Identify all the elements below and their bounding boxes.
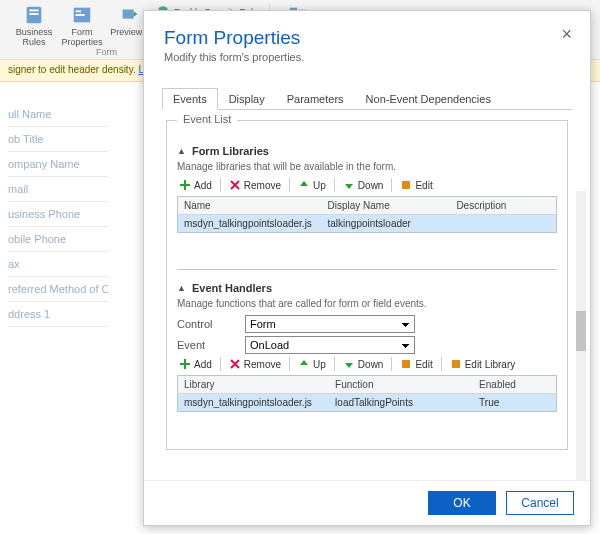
add-button[interactable]: Add	[177, 178, 214, 192]
table-row[interactable]: msdyn_talkingpointsloader.js loadTalking…	[178, 394, 557, 412]
tab-non-event-dependencies[interactable]: Non-Event Dependencies	[355, 88, 502, 110]
handlers-toolbar: Add Remove Up Down Edit Edit Library	[177, 357, 557, 371]
ribbon-group-label: Form	[96, 47, 117, 57]
add-button[interactable]: Add	[177, 357, 214, 371]
close-icon[interactable]: ×	[555, 23, 578, 45]
remove-button[interactable]: Remove	[227, 178, 283, 192]
form-libraries-title: Form Libraries	[192, 145, 269, 157]
field-row[interactable]: mail	[8, 177, 108, 202]
col-lib[interactable]: Library	[178, 376, 330, 394]
scrollbar-thumb[interactable]	[576, 311, 586, 351]
dialog-header: Form Properties Modify this form's prope…	[144, 11, 590, 71]
row-lib: msdyn_talkingpointsloader.js	[178, 394, 330, 412]
handlers-grid[interactable]: Library Function Enabled msdyn_talkingpo…	[177, 375, 557, 421]
dialog-footer: OK Cancel	[144, 480, 590, 525]
business-rules-icon	[23, 4, 45, 26]
event-list-legend: Event List	[177, 113, 237, 125]
svg-rect-18	[452, 360, 460, 368]
svg-rect-17	[402, 360, 410, 368]
control-select[interactable]: Form	[245, 315, 415, 333]
event-select[interactable]: OnLoad	[245, 336, 415, 354]
dialog-title: Form Properties	[164, 27, 570, 49]
field-row[interactable]: obile Phone	[8, 227, 108, 252]
svg-rect-2	[29, 13, 38, 15]
event-handlers-desc: Manage functions that are called for for…	[177, 298, 557, 309]
svg-rect-5	[76, 14, 85, 16]
event-row: Event OnLoad	[177, 336, 557, 354]
down-button[interactable]: Down	[341, 178, 386, 192]
row-fn: loadTalkingPoints	[329, 394, 473, 412]
row-desc	[450, 215, 556, 233]
form-libraries-desc: Manage libraries that will be available …	[177, 161, 557, 172]
field-row[interactable]: ax	[8, 252, 108, 277]
field-row[interactable]: referred Method of Contact	[8, 277, 108, 302]
svg-rect-13	[180, 184, 190, 186]
svg-rect-4	[76, 10, 82, 12]
tab-display[interactable]: Display	[218, 88, 276, 110]
event-handlers-head[interactable]: ▲ Event Handlers	[177, 282, 557, 294]
dialog-subtitle: Modify this form's properties.	[164, 51, 570, 63]
up-button[interactable]: Up	[296, 357, 328, 371]
tab-parameters[interactable]: Parameters	[276, 88, 355, 110]
svg-rect-14	[402, 181, 410, 189]
col-desc[interactable]: Description	[450, 197, 556, 215]
field-row[interactable]: ull Name	[8, 102, 108, 127]
collapse-icon: ▲	[177, 146, 186, 156]
svg-rect-16	[180, 363, 190, 365]
form-libraries-head[interactable]: ▲ Form Libraries	[177, 145, 557, 157]
cancel-button[interactable]: Cancel	[506, 491, 574, 515]
up-button[interactable]: Up	[296, 178, 328, 192]
preview-icon	[119, 4, 141, 26]
dialog-body: EventsDisplayParametersNon-Event Depende…	[144, 71, 590, 480]
col-display[interactable]: Display Name	[322, 197, 451, 215]
event-handlers-title: Event Handlers	[192, 282, 272, 294]
collapse-icon: ▲	[177, 283, 186, 293]
tabs: EventsDisplayParametersNon-Event Depende…	[162, 87, 572, 110]
field-row[interactable]: ob Title	[8, 127, 108, 152]
form-properties-label: Form Properties	[60, 28, 104, 48]
edit-library-button[interactable]: Edit Library	[448, 357, 518, 371]
libraries-grid[interactable]: Name Display Name Description msdyn_talk…	[177, 196, 557, 270]
form-properties-dialog: Form Properties Modify this form's prope…	[143, 10, 591, 526]
field-row[interactable]: ddress 1	[8, 302, 108, 327]
libraries-toolbar: Add Remove Up Down Edit	[177, 178, 557, 192]
scrollbar[interactable]	[576, 191, 586, 480]
business-rules-button[interactable]: Business Rules	[12, 4, 56, 48]
info-text: signer to edit header density.	[8, 64, 138, 75]
table-row[interactable]: msdyn_talkingpointsloader.js talkingpoin…	[178, 215, 557, 233]
event-label: Event	[177, 339, 237, 351]
row-display: talkingpointsloader	[322, 215, 451, 233]
business-rules-label: Business Rules	[12, 28, 56, 48]
col-enabled[interactable]: Enabled	[473, 376, 556, 394]
edit-button[interactable]: Edit	[398, 357, 434, 371]
form-properties-icon	[71, 4, 93, 26]
row-name: msdyn_talkingpointsloader.js	[178, 215, 322, 233]
svg-rect-1	[29, 10, 38, 12]
col-fn[interactable]: Function	[329, 376, 473, 394]
field-row[interactable]: ompany Name	[8, 152, 108, 177]
tab-events[interactable]: Events	[162, 88, 218, 110]
event-list-fieldset: Event List ▲ Form Libraries Manage libra…	[166, 120, 568, 450]
remove-button[interactable]: Remove	[227, 357, 283, 371]
edit-button[interactable]: Edit	[398, 178, 434, 192]
col-name[interactable]: Name	[178, 197, 322, 215]
control-label: Control	[177, 318, 237, 330]
form-properties-button[interactable]: Form Properties	[60, 4, 104, 48]
down-button[interactable]: Down	[341, 357, 386, 371]
ok-button[interactable]: OK	[428, 491, 496, 515]
row-enabled: True	[473, 394, 556, 412]
field-row[interactable]: usiness Phone	[8, 202, 108, 227]
control-row: Control Form	[177, 315, 557, 333]
